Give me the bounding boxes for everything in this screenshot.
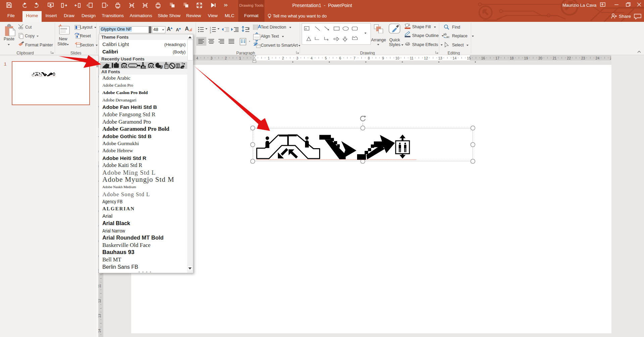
- svg-text:22: 22: [567, 56, 571, 60]
- svg-text:Share: Share: [619, 14, 631, 19]
- svg-text:2: 2: [210, 29, 211, 31]
- svg-text:21: 21: [553, 56, 557, 60]
- svg-text:14: 14: [98, 329, 101, 333]
- svg-text:3: 3: [210, 56, 212, 60]
- svg-text:6: 6: [339, 56, 341, 60]
- svg-text:4: 4: [196, 56, 198, 60]
- svg-text:10: 10: [395, 56, 399, 60]
- svg-text:16: 16: [481, 56, 485, 60]
- svg-text:4: 4: [310, 56, 312, 60]
- svg-text:1: 1: [210, 27, 211, 29]
- svg-text:14: 14: [453, 56, 457, 60]
- svg-text:23: 23: [581, 56, 585, 60]
- svg-text:1: 1: [239, 56, 241, 60]
- svg-text:19: 19: [524, 56, 528, 60]
- svg-text:12: 12: [424, 56, 428, 60]
- svg-text:25: 25: [610, 56, 611, 60]
- svg-text:13: 13: [438, 56, 442, 60]
- svg-text:A: A: [305, 27, 307, 30]
- svg-text:15: 15: [467, 56, 471, 60]
- svg-text:18: 18: [510, 56, 514, 60]
- svg-text:3: 3: [296, 56, 298, 60]
- svg-text:g: g: [160, 64, 163, 69]
- svg-text:3: 3: [210, 31, 211, 34]
- svg-text:11: 11: [410, 56, 413, 60]
- svg-text:8: 8: [368, 56, 370, 60]
- svg-text:13: 13: [98, 314, 101, 318]
- svg-text:20: 20: [538, 56, 542, 60]
- svg-text:2: 2: [282, 56, 284, 60]
- svg-text:9: 9: [382, 56, 384, 60]
- svg-text:ac: ac: [446, 35, 450, 39]
- svg-text:5: 5: [325, 56, 327, 60]
- svg-text:24: 24: [596, 56, 600, 60]
- svg-text:11: 11: [98, 284, 101, 288]
- svg-text:12: 12: [98, 299, 101, 303]
- svg-text:2: 2: [225, 56, 227, 60]
- svg-text:1: 1: [268, 56, 270, 60]
- svg-text:17: 17: [495, 56, 499, 60]
- svg-text:7: 7: [353, 56, 355, 60]
